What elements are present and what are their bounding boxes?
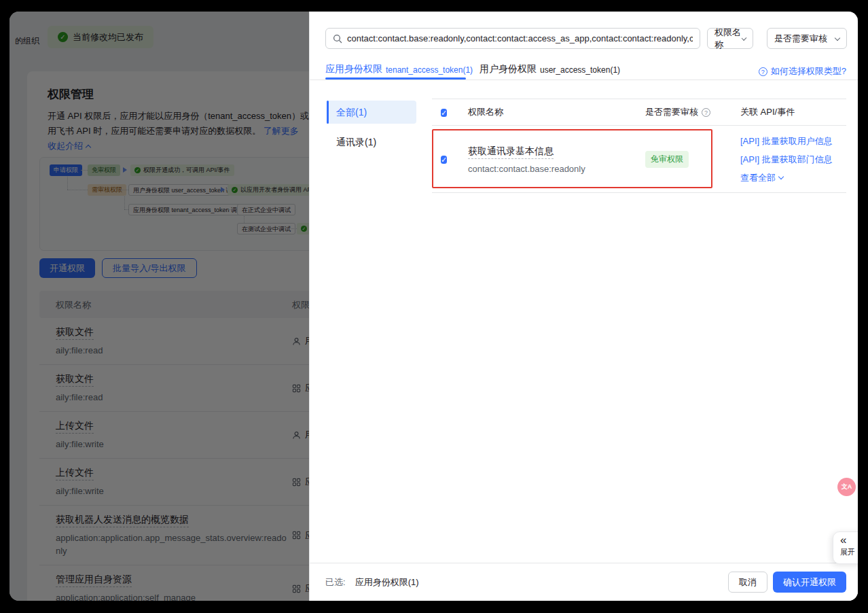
sidebar-item-all[interactable]: 全部(1) xyxy=(327,101,416,124)
cancel-button[interactable]: 取消 xyxy=(728,572,767,593)
no-review-badge: 免审权限 xyxy=(645,151,689,168)
permission-row-contact-base[interactable]: 获取通讯录基本信息 contact:contact.base:readonly … xyxy=(432,126,846,193)
selected-value: 应用身份权限(1) xyxy=(355,576,419,589)
confirm-open-permission-button[interactable]: 确认开通权限 xyxy=(773,572,846,593)
active-tab-indicator xyxy=(325,77,466,80)
col-related-api: 关联 API/事件 xyxy=(740,106,846,118)
search-icon xyxy=(333,34,342,43)
view-all-link[interactable]: 查看全部 xyxy=(740,169,846,187)
app-window: 的组织 当前修改均已发布 权限管理 开通 API 权限后，应用才能以应用身份（t… xyxy=(10,12,858,601)
tabs-divider xyxy=(310,80,858,80)
col-permission-name: 权限名称 xyxy=(452,106,645,118)
permission-select-drawer: 权限名称 是否需要审核 应用身份权限 tenant_access_token(1… xyxy=(309,12,858,601)
chevron-down-icon xyxy=(835,35,840,40)
permission-code: contact:contact.base:readonly xyxy=(468,164,645,174)
drawer-table-header: 权限名称 是否需要审核 关联 API/事件 xyxy=(432,99,846,126)
how-to-choose-permission-link[interactable]: 如何选择权限类型? xyxy=(759,65,846,77)
search-box[interactable] xyxy=(325,28,700,49)
search-input[interactable] xyxy=(347,33,693,43)
expand-panel-button[interactable]: « 展开 xyxy=(833,531,858,564)
question-circle-icon xyxy=(759,67,767,76)
filter-review-select[interactable]: 是否需要审核 xyxy=(767,28,847,49)
filter-permission-name-select[interactable]: 权限名称 xyxy=(707,28,753,49)
row-checkbox[interactable] xyxy=(441,156,447,164)
tab-user-access-token[interactable]: 用户身份权限 user_access_token(1) xyxy=(480,63,620,75)
chevron-down-icon xyxy=(778,174,784,179)
question-circle-icon xyxy=(702,108,710,117)
permission-title[interactable]: 获取通讯录基本信息 xyxy=(468,145,554,159)
drawer-permission-table: 权限名称 是否需要审核 关联 API/事件 获取通讯录基本信息 contact:… xyxy=(432,99,846,193)
active-bar xyxy=(327,101,329,124)
sidebar-item-contacts[interactable]: 通讯录(1) xyxy=(327,130,416,154)
double-chevron-left-icon: « xyxy=(840,533,858,547)
drawer-footer: 已选: 应用身份权限(1) 取消 确认开通权限 xyxy=(310,563,858,601)
translate-fab-icon[interactable]: 文A xyxy=(837,478,856,496)
api-link-batch-users[interactable]: [API] 批量获取用户信息 xyxy=(740,132,846,150)
tab-tenant-access-token[interactable]: 应用身份权限 tenant_access_token(1) xyxy=(325,63,473,75)
api-link-batch-departments[interactable]: [API] 批量获取部门信息 xyxy=(740,150,846,169)
category-sidebar: 全部(1) 通讯录(1) xyxy=(327,101,416,154)
select-all-checkbox[interactable] xyxy=(441,109,447,117)
selected-label: 已选: xyxy=(325,576,346,589)
